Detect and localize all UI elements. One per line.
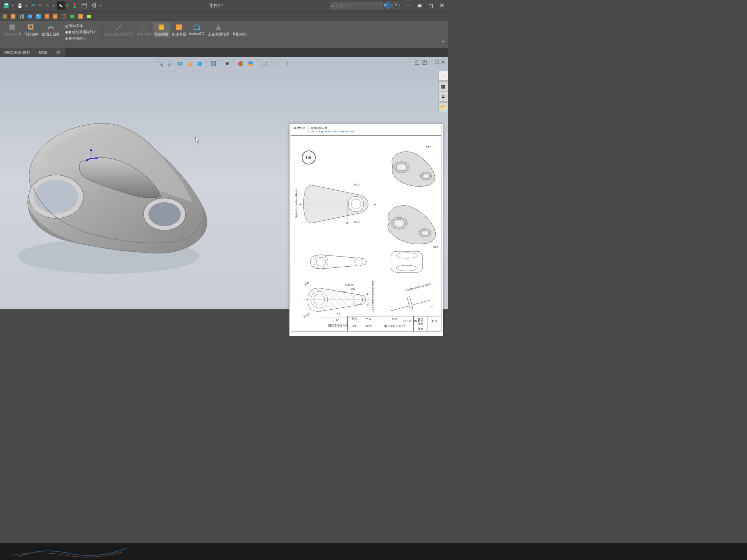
quick-snap-button[interactable]: 快速捕捉 bbox=[153, 22, 170, 37]
svg-rect-32 bbox=[176, 24, 182, 30]
doc-minimize-icon[interactable]: ─ bbox=[429, 59, 433, 65]
snap-icon bbox=[157, 23, 166, 31]
svg-rect-15 bbox=[36, 14, 41, 19]
linear-pattern-button[interactable]: ⚈⚈线性草图阵列▼ bbox=[64, 29, 98, 35]
home-tab-icon[interactable]: ⌂ bbox=[438, 71, 448, 80]
section-b-label: B bbox=[346, 222, 348, 224]
tb-col-proj: 투 상 bbox=[361, 316, 376, 321]
doc-next-icon[interactable]: ◰ bbox=[422, 59, 427, 65]
display-style-icon[interactable] bbox=[209, 59, 218, 68]
zoom-area-icon[interactable]: 🔎 bbox=[166, 59, 175, 68]
doc-maximize-icon[interactable]: □ bbox=[435, 59, 439, 65]
user-icon[interactable]: 👤 bbox=[384, 2, 391, 9]
tool-10[interactable] bbox=[77, 13, 84, 20]
tool-5[interactable] bbox=[35, 13, 42, 20]
dim-r23: R2.3 bbox=[426, 146, 431, 148]
help-icon[interactable]: ? bbox=[393, 2, 400, 9]
settings-dropdown[interactable]: ▼ bbox=[99, 4, 102, 7]
tool-8[interactable] bbox=[60, 13, 67, 20]
section-a-left: A bbox=[299, 203, 301, 205]
select-dropdown[interactable]: ▼ bbox=[66, 4, 69, 7]
dim-r15: R1.5 bbox=[433, 246, 438, 248]
doc-close-icon[interactable]: ✕ bbox=[441, 59, 445, 65]
svg-point-74 bbox=[396, 253, 417, 258]
doc-prev-icon[interactable]: ◱ bbox=[414, 59, 420, 65]
render-icon[interactable] bbox=[260, 59, 268, 68]
move-entities-button[interactable]: ✥移动实体▼ bbox=[64, 36, 98, 41]
tool-2[interactable] bbox=[10, 13, 17, 20]
instant2d-button[interactable]: Instant2D bbox=[188, 22, 206, 36]
view-settings-icon[interactable]: ↥ bbox=[283, 59, 292, 68]
restore-button[interactable]: ▣ bbox=[415, 1, 424, 10]
maximize-button[interactable]: ◱ bbox=[426, 1, 435, 10]
print-dropdown[interactable]: ▼ bbox=[25, 4, 28, 7]
command-search[interactable]: ▸ 🔍 ▼ bbox=[330, 2, 383, 9]
save-icon[interactable] bbox=[2, 1, 11, 10]
redo-dropdown[interactable]: ▼ bbox=[52, 4, 55, 7]
rapid-sketch-button[interactable]: 快速草图 bbox=[170, 22, 187, 37]
appearance-icon[interactable] bbox=[236, 59, 245, 68]
svg-point-61 bbox=[423, 174, 430, 178]
tool-6[interactable] bbox=[43, 13, 50, 20]
rebuild-icon[interactable] bbox=[70, 1, 79, 10]
shaded-sketch-button[interactable]: 上色草图轮廓 bbox=[207, 22, 230, 37]
drawing-header-title: 스터디캐드캠 bbox=[310, 126, 354, 130]
select-icon[interactable]: ⬉ bbox=[57, 1, 65, 10]
tool-1[interactable] bbox=[1, 13, 8, 20]
display-delete-relations-button[interactable]: 显示/删除几何关系 bbox=[103, 22, 135, 37]
drawing-title-block: 척 도 투 상 도 명 일 시 승 인 1:1 3각법 3D 모델링 연습도면 … bbox=[347, 316, 441, 331]
svg-rect-11 bbox=[11, 14, 15, 19]
scene-icon[interactable] bbox=[246, 59, 254, 68]
tool-3[interactable] bbox=[18, 13, 25, 20]
svg-marker-57 bbox=[85, 159, 88, 162]
tb-empty bbox=[427, 326, 441, 331]
undo-dropdown[interactable]: ▼ bbox=[39, 4, 42, 7]
redo-icon[interactable]: ↷ bbox=[43, 1, 51, 10]
minimize-button[interactable]: ─ bbox=[404, 1, 412, 10]
offset-entities-button[interactable]: 等距实体 bbox=[23, 22, 40, 37]
svg-rect-38 bbox=[198, 62, 202, 66]
toolbar-row bbox=[0, 11, 448, 21]
search-input[interactable] bbox=[336, 4, 384, 8]
svg-rect-26 bbox=[28, 24, 33, 28]
resources-tab-icon[interactable]: ▦ bbox=[438, 81, 448, 91]
convert-entities-button[interactable]: 转换实体用 bbox=[2, 22, 22, 37]
save-dropdown[interactable]: ▼ bbox=[11, 4, 14, 7]
repair-sketch-button[interactable]: 修复草图 bbox=[135, 22, 152, 37]
svg-rect-16 bbox=[37, 15, 38, 16]
previous-view-icon[interactable] bbox=[176, 59, 184, 68]
close-button[interactable]: ✕ bbox=[438, 1, 446, 10]
dim-r1: R1 bbox=[342, 290, 345, 293]
section-a-title: SECTION A-A bbox=[328, 324, 348, 327]
dim-ang4-3: 4° bbox=[431, 305, 434, 308]
svg-rect-17 bbox=[45, 14, 49, 19]
ribbon-collapse-button[interactable]: ⌃ bbox=[441, 40, 445, 47]
settings-gear-icon[interactable]: ⚙ bbox=[90, 1, 98, 10]
svg-point-5 bbox=[74, 3, 76, 5]
zoom-fit-icon[interactable]: 🔍 bbox=[156, 59, 165, 68]
surface-offset-button[interactable]: 曲面上偏移 bbox=[41, 22, 61, 37]
tool-7[interactable] bbox=[52, 13, 59, 20]
graphics-viewport[interactable]: 🔍 🔎 ▼ ▼ 👁▼ ▼ ▼ ⊥ ↥ ◱ ◰ ─ □ ✕ ⌂ ▦ ≡ 📂 bbox=[0, 57, 448, 309]
mirror-entities-button[interactable]: ▥镜向实体 bbox=[64, 23, 98, 29]
repair-icon bbox=[140, 23, 148, 31]
section-view-icon[interactable] bbox=[186, 59, 194, 68]
options-icon[interactable] bbox=[80, 1, 89, 10]
dim-38: 3.8 bbox=[337, 313, 340, 315]
print-icon[interactable] bbox=[16, 1, 24, 10]
hide-show-icon[interactable]: 👁 bbox=[223, 59, 231, 68]
tab-mbd[interactable]: MBD bbox=[35, 48, 52, 57]
tool-11[interactable] bbox=[85, 13, 92, 20]
apply-scene-icon[interactable]: ⊥ bbox=[273, 59, 282, 68]
view-orientation-icon[interactable] bbox=[196, 59, 204, 68]
svg-point-59 bbox=[396, 164, 407, 171]
undo-icon[interactable]: ↶ bbox=[29, 1, 38, 10]
tab-macro[interactable]: 宏 bbox=[52, 48, 65, 57]
library-tab-icon[interactable]: ≡ bbox=[438, 92, 448, 102]
open-tab-icon[interactable]: 📂 bbox=[438, 102, 448, 112]
tab-plugins[interactable]: DWORKS 插件 bbox=[0, 48, 35, 57]
sketch-ink-button[interactable]: 草图绘制 bbox=[231, 22, 248, 37]
svg-point-71 bbox=[316, 257, 326, 266]
tool-4[interactable] bbox=[27, 13, 34, 20]
tool-9[interactable] bbox=[69, 13, 76, 20]
